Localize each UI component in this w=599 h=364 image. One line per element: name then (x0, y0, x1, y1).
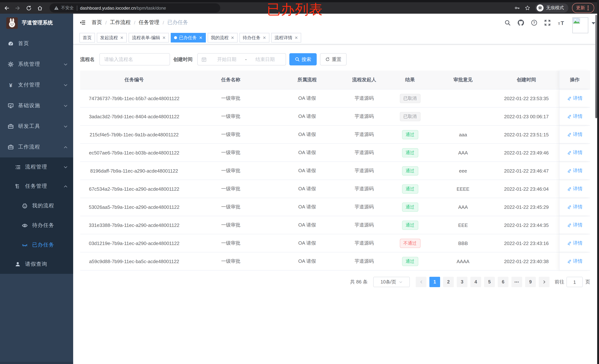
sidebar-item-task-mgmt[interactable]: 任务管理 (0, 177, 73, 196)
tab-close-icon[interactable]: ✕ (294, 36, 298, 40)
app-logo-row[interactable]: 芋道管理系统 (0, 14, 73, 32)
avatar-caret-icon[interactable] (592, 22, 595, 24)
sidebar-item-infra[interactable]: 基础设施 (0, 95, 73, 116)
cell-created: 2022-01-22 23:46:04 (494, 180, 559, 198)
incognito-icon (537, 4, 544, 11)
detail-link[interactable]: 详情 (567, 186, 582, 192)
pager-page-2[interactable]: 2 (443, 277, 454, 287)
tags-view-tab[interactable]: 流程详情 ✕ (271, 33, 301, 43)
start-date-placeholder[interactable]: 开始日期 (210, 56, 244, 63)
sidebar-item-workflow[interactable]: 工作流程 (0, 137, 73, 157)
update-button[interactable]: 更新 (572, 3, 594, 13)
tab-close-icon[interactable]: ✕ (231, 36, 234, 40)
tags-view-tab[interactable]: 待办任务 ✕ (239, 33, 269, 43)
forward-icon[interactable] (15, 5, 21, 11)
password-key-icon[interactable] (514, 5, 520, 11)
sidebar-item-done-tasks[interactable]: 已办任务 (0, 235, 73, 255)
tags-view-tab[interactable]: 我的流程 ✕ (208, 33, 238, 43)
pager-page-4[interactable]: 4 (470, 277, 481, 287)
detail-link[interactable]: 详情 (567, 167, 582, 174)
table-header-row: 任务编号 任务名称 所属流程 流程发起人 结果 审批意见 创建时间 操作 (80, 71, 590, 89)
font-size-icon[interactable]: TT (558, 19, 565, 26)
sidebar-item-pay[interactable]: ¥ 支付管理 (0, 75, 73, 95)
cell-process: OA 请假 (273, 216, 341, 234)
detail-link[interactable]: 详情 (567, 204, 582, 210)
annotation-overlay-text: 已办列表 (267, 2, 323, 17)
pager-page-5[interactable]: 5 (484, 277, 495, 287)
sidebar-item-process-mgmt[interactable]: 流程管理 (0, 157, 73, 177)
tags-view-tab[interactable]: 发起流程 ✕ (97, 33, 127, 43)
pager-page-1[interactable]: 1 (429, 277, 440, 287)
help-icon[interactable]: ? (531, 19, 537, 26)
process-name-input[interactable] (99, 53, 170, 65)
detail-link[interactable]: 详情 (567, 149, 582, 156)
detail-link[interactable]: 详情 (567, 240, 582, 247)
pager-pages: 123456•••9 (428, 277, 537, 287)
tags-view-tab[interactable]: 流程表单-编辑 ✕ (129, 33, 169, 43)
pagination-goto-input[interactable] (566, 277, 583, 287)
pager-page-9[interactable]: 9 (525, 277, 536, 287)
fullscreen-icon[interactable] (544, 19, 551, 26)
sidebar-item-system[interactable]: 系统管理 (0, 54, 73, 75)
sidebar-fold-icon[interactable] (79, 20, 86, 26)
github-icon[interactable] (518, 19, 524, 26)
cell-created: 2022-01-22 23:49:46 (494, 144, 559, 161)
detail-link[interactable]: 详情 (567, 258, 582, 265)
breadcrumb-home[interactable]: 首页 (92, 19, 102, 26)
home-icon[interactable] (37, 5, 43, 11)
pager-next-button[interactable] (539, 277, 549, 287)
pagination-unit-label: 页 (585, 279, 590, 285)
tab-close-icon[interactable]: ✕ (120, 36, 123, 40)
back-icon[interactable] (4, 5, 10, 11)
pager-page-3[interactable]: 3 (457, 277, 467, 287)
address-bar[interactable]: 不安全 dashboard.yudao.iocoder.cn/bpm/task/… (50, 3, 220, 13)
page-scrollbar[interactable] (595, 15, 597, 118)
table-row: 8196daff-7b9a-11ec-a290-acde48001122 一级审… (80, 162, 590, 180)
cell-comment: aaa (432, 126, 494, 143)
browser-menu-icon[interactable] (588, 6, 589, 10)
tags-view-tab[interactable]: 首页 (79, 33, 95, 43)
sidebar-item-leave-query[interactable]: 请假查询 (0, 255, 73, 274)
cell-task-name: 一级审批 (188, 252, 273, 270)
sidebar-item-devtools[interactable]: 研发工具 (0, 116, 73, 137)
avatar[interactable] (573, 17, 588, 33)
tags-view-tab[interactable]: 已办任务 ✕ (171, 33, 206, 43)
cell-actions: 详情 (559, 89, 590, 107)
reload-icon[interactable] (26, 5, 32, 11)
cell-actions: 详情 (559, 107, 590, 125)
sidebar-item-home[interactable]: 首页 (0, 33, 73, 54)
sidebar-item-my-process[interactable]: 我的流程 (0, 196, 73, 215)
cell-result: 不通过 (388, 234, 432, 252)
pager-ellipsis[interactable]: ••• (511, 277, 522, 287)
detail-link[interactable]: 详情 (567, 222, 582, 228)
tab-label: 待办任务 (243, 35, 261, 41)
bookmark-star-icon[interactable] (525, 5, 530, 11)
tab-close-icon[interactable]: ✕ (199, 36, 202, 40)
breadcrumb-task-mgmt[interactable]: 任务管理 (139, 19, 159, 26)
detail-link[interactable]: 详情 (567, 95, 582, 102)
svg-text:T: T (561, 20, 564, 26)
chevron-down-icon (63, 83, 68, 87)
cell-created: 2022-01-22 23:53:35 (494, 89, 559, 107)
edit-pencil-icon (567, 114, 572, 119)
reset-button[interactable]: 重置 (320, 53, 347, 65)
detail-link[interactable]: 详情 (567, 131, 582, 138)
page-size-select[interactable]: 10条/页 (373, 277, 410, 287)
cell-task-name: 一级审批 (188, 89, 273, 107)
date-range-picker[interactable]: 开始日期 - 结束日期 (197, 53, 286, 65)
tab-close-icon[interactable]: ✕ (162, 36, 166, 40)
cell-starter: 芋道源码 (341, 216, 388, 234)
cell-task-id: a59c9d88-7b99-11ec-ba5c-acde48001122 (80, 252, 188, 270)
search-icon[interactable] (504, 19, 511, 26)
search-button[interactable]: 搜索 (289, 53, 317, 65)
sidebar-item-todo-tasks[interactable]: 待办任务 (0, 215, 73, 235)
detail-link[interactable]: 详情 (567, 113, 582, 120)
end-date-placeholder[interactable]: 结束日期 (248, 56, 282, 63)
breadcrumb-workflow[interactable]: 工作流程 (110, 19, 131, 26)
edit-pencil-icon (567, 186, 572, 191)
result-tag: 通过 (402, 257, 418, 266)
table-row: 03d1219e-7b9a-11ec-a290-acde48001122 一级审… (80, 234, 590, 252)
pager-prev-button[interactable] (416, 277, 426, 287)
pager-page-6[interactable]: 6 (498, 277, 509, 287)
tab-close-icon[interactable]: ✕ (263, 36, 266, 40)
